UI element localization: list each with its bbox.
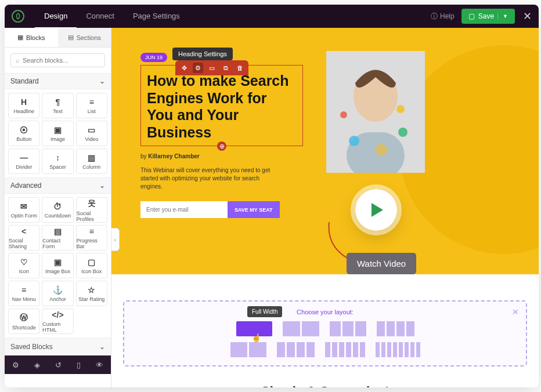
search-input[interactable]: [23, 57, 100, 64]
block-icon-box[interactable]: ▢Icon Box: [76, 253, 107, 278]
block-anchor[interactable]: ⚓Anchor: [42, 281, 73, 306]
layout-option-6col[interactable]: [325, 342, 365, 357]
svg-point-7: [376, 144, 387, 155]
countdown-icon: ⏱: [53, 202, 62, 211]
chevron-down-icon: ⌄: [99, 343, 105, 351]
app-logo-icon: [12, 10, 24, 23]
block-social-profiles[interactable]: 웃Social Profiles: [76, 197, 107, 223]
block-contact-form[interactable]: ▤Contact Form: [42, 225, 73, 251]
block-label: Social Sharing: [9, 238, 39, 249]
block-text[interactable]: ¶Text: [42, 93, 73, 118]
email-input[interactable]: [140, 201, 228, 218]
heading-settings-tooltip: Heading Settings: [172, 48, 233, 60]
sections-icon: ▤: [68, 34, 74, 41]
close-icon[interactable]: ✕: [512, 307, 519, 317]
block-video[interactable]: ▭Video: [76, 121, 107, 146]
block-progress-bar[interactable]: ≡Progress Bar: [76, 225, 107, 251]
block-headline[interactable]: HHeadline: [8, 93, 39, 118]
block-custom-html[interactable]: </>Custom HTML: [42, 308, 73, 334]
image-box-icon: ▣: [54, 257, 62, 267]
block-label: Column: [82, 164, 100, 170]
style-icon[interactable]: ▭: [207, 63, 217, 73]
block-label: Video: [85, 136, 98, 142]
block-countdown[interactable]: ⏱Countdown: [42, 197, 73, 223]
duplicate-icon[interactable]: ⧉: [221, 63, 231, 73]
block-label: List: [88, 108, 96, 114]
block-label: Custom HTML: [42, 321, 73, 333]
group-advanced-header[interactable]: Advanced⌄: [5, 177, 111, 194]
block-label: Shortcode: [12, 325, 36, 331]
column-icon: ▥: [88, 153, 95, 162]
block-label: Social Profiles: [77, 210, 107, 222]
layout-option-full[interactable]: ☝: [236, 321, 272, 336]
star-rating-icon: ☆: [88, 285, 95, 295]
block-shortcode[interactable]: ⓌShortcode: [8, 308, 39, 334]
layout-option-5col[interactable]: [277, 342, 315, 357]
help-link[interactable]: ⓘHelp: [431, 12, 455, 21]
nav-page-settings[interactable]: Page Settings: [124, 5, 189, 28]
preview-eye-icon[interactable]: 👁: [96, 361, 103, 369]
search-box[interactable]: ⌕: [10, 53, 105, 67]
layout-option-8col[interactable]: [376, 342, 420, 357]
hero-description: This Webinar will cover everything you n…: [140, 166, 280, 191]
history-icon[interactable]: ↺: [55, 361, 62, 369]
block-label: Nav Menu: [12, 296, 36, 302]
layout-option-3col[interactable]: [330, 321, 366, 336]
group-standard-header[interactable]: Standard⌄: [5, 73, 111, 89]
headline-icon: H: [21, 97, 27, 107]
move-icon[interactable]: ✥: [179, 63, 189, 73]
layout-option-1-2[interactable]: [230, 342, 266, 357]
settings-icon[interactable]: ⚙: [12, 361, 19, 369]
block-label: Anchor: [49, 296, 66, 302]
watch-video-button[interactable]: Watch Video: [347, 253, 416, 274]
layout-option-4col[interactable]: [377, 321, 414, 336]
svg-point-4: [396, 105, 405, 113]
block-button[interactable]: ⦿Button: [8, 121, 39, 146]
save-dropdown-icon[interactable]: ▼: [497, 13, 508, 19]
delete-icon[interactable]: 🗑: [235, 63, 245, 73]
block-divider[interactable]: —Divider: [8, 148, 39, 174]
social-sharing-icon: <: [21, 227, 26, 236]
block-star-rating[interactable]: ☆Star Rating: [76, 281, 107, 306]
block-icon[interactable]: ♡Icon: [8, 253, 39, 278]
save-button[interactable]: ▢ Save ▼: [461, 9, 515, 24]
list-icon: ≡: [89, 97, 94, 107]
shortcode-icon: Ⓦ: [20, 313, 28, 323]
mobile-preview-icon[interactable]: ▯: [77, 361, 81, 369]
block-label: Image Box: [45, 268, 70, 274]
play-video-button[interactable]: [355, 189, 397, 231]
layout-chooser-title: Choose your layout:: [132, 308, 518, 315]
close-icon[interactable]: ✕: [523, 10, 532, 23]
gear-icon[interactable]: ⚙: [193, 63, 203, 73]
block-label: Star Rating: [78, 296, 104, 302]
tab-blocks[interactable]: ▦Blocks: [5, 28, 58, 47]
sidebar-collapse-handle[interactable]: ‹: [111, 228, 120, 251]
block-image-box[interactable]: ▣Image Box: [42, 253, 73, 278]
block-social-sharing[interactable]: <Social Sharing: [8, 225, 39, 251]
optin-form: SAVE MY SEAT: [140, 201, 303, 218]
nav-design[interactable]: Design: [35, 5, 77, 28]
heading-selected[interactable]: How to make Search Engines Work for You …: [140, 65, 303, 146]
block-optin-form[interactable]: ✉Optin Form: [8, 197, 39, 223]
svg-point-6: [340, 111, 347, 118]
hero-section: JUN 19 Heading Settings ✥ ⚙ ▭ ⧉ 🗑: [111, 28, 539, 274]
layout-option-2col[interactable]: [283, 321, 319, 336]
block-list[interactable]: ≡List: [76, 93, 107, 118]
layers-icon[interactable]: ◈: [34, 361, 40, 369]
optin-form-icon: ✉: [20, 202, 27, 211]
divider-icon: —: [20, 153, 28, 162]
date-tag: JUN 19: [140, 53, 167, 62]
canvas: JUN 19 Heading Settings ✥ ⚙ ▭ ⧉ 🗑: [111, 28, 539, 387]
block-image[interactable]: ▣Image: [42, 121, 73, 146]
nav-connect[interactable]: Connect: [77, 5, 123, 28]
group-saved-header[interactable]: Saved Blocks⌄: [5, 337, 111, 355]
block-nav-menu[interactable]: ≡Nav Menu: [8, 281, 39, 306]
block-spacer[interactable]: ↕Spacer: [42, 148, 73, 174]
block-column[interactable]: ▥Column: [76, 148, 107, 174]
icon-icon: ♡: [20, 257, 28, 267]
custom-html-icon: </>: [52, 310, 63, 320]
submit-button[interactable]: SAVE MY SEAT: [228, 201, 280, 218]
hero-portrait-image: [326, 51, 425, 173]
tab-sections[interactable]: ▤Sections: [58, 28, 111, 47]
page-heading[interactable]: How to make Search Engines Work for You …: [147, 72, 297, 141]
